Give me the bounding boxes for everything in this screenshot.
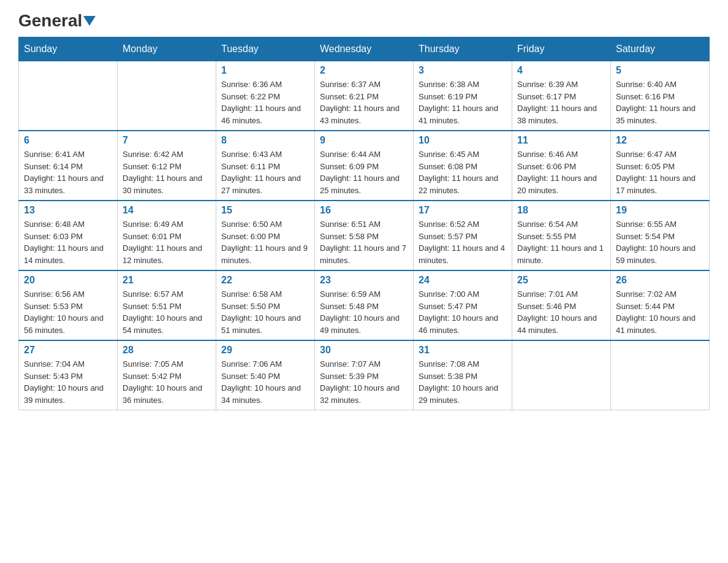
weekday-header-thursday: Thursday bbox=[414, 37, 512, 61]
calendar-cell: 1Sunrise: 6:36 AMSunset: 6:22 PMDaylight… bbox=[216, 61, 315, 131]
calendar-cell: 31Sunrise: 7:08 AMSunset: 5:38 PMDayligh… bbox=[414, 340, 512, 410]
sun-info: Sunrise: 6:57 AMSunset: 5:51 PMDaylight:… bbox=[123, 288, 211, 336]
sun-info: Sunrise: 7:05 AMSunset: 5:42 PMDaylight:… bbox=[123, 358, 211, 406]
sun-info: Sunrise: 6:55 AMSunset: 5:54 PMDaylight:… bbox=[616, 218, 704, 266]
day-number: 21 bbox=[123, 275, 211, 286]
day-number: 15 bbox=[221, 205, 309, 216]
day-number: 8 bbox=[221, 135, 309, 146]
sun-info: Sunrise: 7:04 AMSunset: 5:43 PMDaylight:… bbox=[24, 358, 112, 406]
sun-info: Sunrise: 6:48 AMSunset: 6:03 PMDaylight:… bbox=[24, 218, 112, 266]
day-number: 3 bbox=[419, 65, 507, 76]
day-number: 13 bbox=[24, 205, 112, 216]
day-number: 1 bbox=[221, 65, 309, 76]
logo-general: General bbox=[18, 11, 82, 30]
calendar-cell: 26Sunrise: 7:02 AMSunset: 5:44 PMDayligh… bbox=[611, 270, 710, 340]
page-header: General bbox=[18, 12, 710, 31]
calendar-cell: 7Sunrise: 6:42 AMSunset: 6:12 PMDaylight… bbox=[118, 131, 216, 201]
sun-info: Sunrise: 6:52 AMSunset: 5:57 PMDaylight:… bbox=[419, 218, 507, 266]
calendar-cell: 24Sunrise: 7:00 AMSunset: 5:47 PMDayligh… bbox=[414, 270, 512, 340]
calendar-cell: 23Sunrise: 6:59 AMSunset: 5:48 PMDayligh… bbox=[315, 270, 414, 340]
logo-triangle-icon bbox=[83, 16, 96, 26]
day-number: 14 bbox=[123, 205, 211, 216]
sun-info: Sunrise: 7:00 AMSunset: 5:47 PMDaylight:… bbox=[419, 288, 507, 336]
sun-info: Sunrise: 6:58 AMSunset: 5:50 PMDaylight:… bbox=[221, 288, 309, 336]
calendar-cell: 5Sunrise: 6:40 AMSunset: 6:16 PMDaylight… bbox=[611, 61, 710, 131]
sun-info: Sunrise: 6:47 AMSunset: 6:05 PMDaylight:… bbox=[616, 148, 704, 196]
sun-info: Sunrise: 6:39 AMSunset: 6:17 PMDaylight:… bbox=[517, 79, 605, 126]
weekday-header-tuesday: Tuesday bbox=[216, 37, 315, 61]
day-number: 24 bbox=[419, 275, 507, 286]
calendar-cell: 14Sunrise: 6:49 AMSunset: 6:01 PMDayligh… bbox=[118, 201, 216, 270]
calendar-cell bbox=[512, 340, 611, 410]
day-number: 16 bbox=[320, 205, 408, 216]
calendar-cell: 17Sunrise: 6:52 AMSunset: 5:57 PMDayligh… bbox=[414, 201, 512, 270]
calendar-cell: 10Sunrise: 6:45 AMSunset: 6:08 PMDayligh… bbox=[414, 131, 512, 201]
sun-info: Sunrise: 6:44 AMSunset: 6:09 PMDaylight:… bbox=[320, 148, 408, 196]
calendar-cell: 16Sunrise: 6:51 AMSunset: 5:58 PMDayligh… bbox=[315, 201, 414, 270]
calendar-cell: 4Sunrise: 6:39 AMSunset: 6:17 PMDaylight… bbox=[512, 61, 611, 131]
calendar-cell: 9Sunrise: 6:44 AMSunset: 6:09 PMDaylight… bbox=[315, 131, 414, 201]
calendar-cell: 11Sunrise: 6:46 AMSunset: 6:06 PMDayligh… bbox=[512, 131, 611, 201]
calendar-cell: 22Sunrise: 6:58 AMSunset: 5:50 PMDayligh… bbox=[216, 270, 315, 340]
calendar-cell bbox=[611, 340, 710, 410]
logo-top: General bbox=[18, 12, 96, 29]
calendar-cell: 18Sunrise: 6:54 AMSunset: 5:55 PMDayligh… bbox=[512, 201, 611, 270]
calendar-week-row-2: 6Sunrise: 6:41 AMSunset: 6:14 PMDaylight… bbox=[19, 131, 710, 201]
day-number: 6 bbox=[24, 135, 112, 146]
weekday-header-sunday: Sunday bbox=[19, 37, 118, 61]
day-number: 2 bbox=[320, 65, 408, 76]
weekday-header-monday: Monday bbox=[118, 37, 216, 61]
calendar-cell: 15Sunrise: 6:50 AMSunset: 6:00 PMDayligh… bbox=[216, 201, 315, 270]
calendar-cell: 8Sunrise: 6:43 AMSunset: 6:11 PMDaylight… bbox=[216, 131, 315, 201]
day-number: 11 bbox=[517, 135, 605, 146]
calendar-cell: 3Sunrise: 6:38 AMSunset: 6:19 PMDaylight… bbox=[414, 61, 512, 131]
day-number: 30 bbox=[320, 345, 408, 356]
weekday-header-wednesday: Wednesday bbox=[315, 37, 414, 61]
sun-info: Sunrise: 6:54 AMSunset: 5:55 PMDaylight:… bbox=[517, 218, 605, 266]
sun-info: Sunrise: 6:56 AMSunset: 5:53 PMDaylight:… bbox=[24, 288, 112, 336]
day-number: 7 bbox=[123, 135, 211, 146]
calendar-cell: 21Sunrise: 6:57 AMSunset: 5:51 PMDayligh… bbox=[118, 270, 216, 340]
sun-info: Sunrise: 6:36 AMSunset: 6:22 PMDaylight:… bbox=[221, 79, 309, 126]
day-number: 27 bbox=[24, 345, 112, 356]
day-number: 25 bbox=[517, 275, 605, 286]
sun-info: Sunrise: 6:38 AMSunset: 6:19 PMDaylight:… bbox=[419, 79, 507, 126]
calendar-table: SundayMondayTuesdayWednesdayThursdayFrid… bbox=[18, 37, 710, 410]
day-number: 12 bbox=[616, 135, 704, 146]
calendar-week-row-4: 20Sunrise: 6:56 AMSunset: 5:53 PMDayligh… bbox=[19, 270, 710, 340]
sun-info: Sunrise: 6:41 AMSunset: 6:14 PMDaylight:… bbox=[24, 148, 112, 196]
logo: General bbox=[18, 12, 96, 31]
calendar-cell: 27Sunrise: 7:04 AMSunset: 5:43 PMDayligh… bbox=[19, 340, 118, 410]
day-number: 28 bbox=[123, 345, 211, 356]
day-number: 29 bbox=[221, 345, 309, 356]
sun-info: Sunrise: 6:40 AMSunset: 6:16 PMDaylight:… bbox=[616, 79, 704, 126]
day-number: 20 bbox=[24, 275, 112, 286]
calendar-cell: 28Sunrise: 7:05 AMSunset: 5:42 PMDayligh… bbox=[118, 340, 216, 410]
calendar-week-row-5: 27Sunrise: 7:04 AMSunset: 5:43 PMDayligh… bbox=[19, 340, 710, 410]
sun-info: Sunrise: 7:07 AMSunset: 5:39 PMDaylight:… bbox=[320, 358, 408, 406]
day-number: 31 bbox=[419, 345, 507, 356]
sun-info: Sunrise: 6:59 AMSunset: 5:48 PMDaylight:… bbox=[320, 288, 408, 336]
sun-info: Sunrise: 6:51 AMSunset: 5:58 PMDaylight:… bbox=[320, 218, 408, 266]
sun-info: Sunrise: 7:08 AMSunset: 5:38 PMDaylight:… bbox=[419, 358, 507, 406]
calendar-cell: 20Sunrise: 6:56 AMSunset: 5:53 PMDayligh… bbox=[19, 270, 118, 340]
sun-info: Sunrise: 6:50 AMSunset: 6:00 PMDaylight:… bbox=[221, 218, 309, 266]
day-number: 5 bbox=[616, 65, 704, 76]
calendar-cell: 13Sunrise: 6:48 AMSunset: 6:03 PMDayligh… bbox=[19, 201, 118, 270]
sun-info: Sunrise: 6:49 AMSunset: 6:01 PMDaylight:… bbox=[123, 218, 211, 266]
day-number: 22 bbox=[221, 275, 309, 286]
day-number: 23 bbox=[320, 275, 408, 286]
sun-info: Sunrise: 7:01 AMSunset: 5:46 PMDaylight:… bbox=[517, 288, 605, 336]
weekday-header-friday: Friday bbox=[512, 37, 611, 61]
sun-info: Sunrise: 6:45 AMSunset: 6:08 PMDaylight:… bbox=[419, 148, 507, 196]
calendar-cell: 29Sunrise: 7:06 AMSunset: 5:40 PMDayligh… bbox=[216, 340, 315, 410]
day-number: 18 bbox=[517, 205, 605, 216]
weekday-header-saturday: Saturday bbox=[611, 37, 710, 61]
day-number: 9 bbox=[320, 135, 408, 146]
calendar-cell: 6Sunrise: 6:41 AMSunset: 6:14 PMDaylight… bbox=[19, 131, 118, 201]
sun-info: Sunrise: 6:43 AMSunset: 6:11 PMDaylight:… bbox=[221, 148, 309, 196]
calendar-cell: 12Sunrise: 6:47 AMSunset: 6:05 PMDayligh… bbox=[611, 131, 710, 201]
calendar-cell: 2Sunrise: 6:37 AMSunset: 6:21 PMDaylight… bbox=[315, 61, 414, 131]
weekday-header-row: SundayMondayTuesdayWednesdayThursdayFrid… bbox=[19, 37, 710, 61]
day-number: 4 bbox=[517, 65, 605, 76]
